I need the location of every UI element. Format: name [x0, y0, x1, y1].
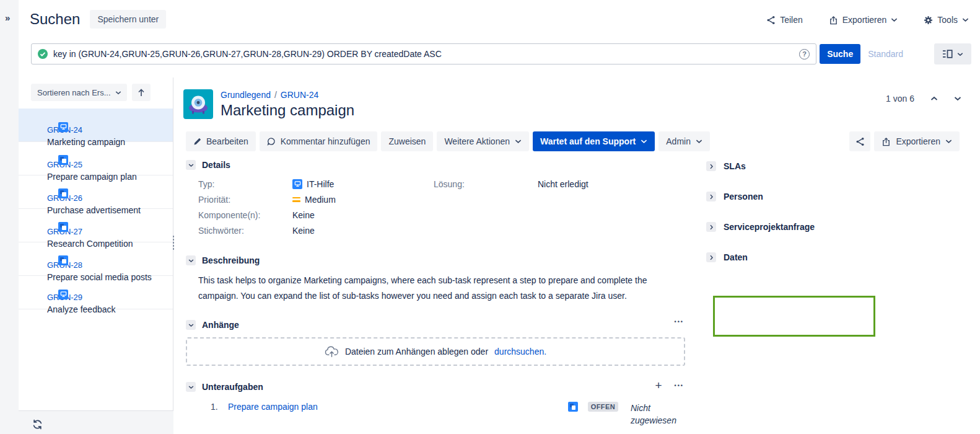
- attachments-section: Anhänge ••• Dateien zum Anhängen ablegen…: [186, 320, 685, 366]
- search-button[interactable]: Suche: [820, 44, 860, 64]
- jql-query-text: key in (GRUN-24,GRUN-25,GRUN-26,GRUN-27,…: [53, 49, 794, 59]
- attachments-more-icon[interactable]: •••: [675, 319, 684, 325]
- priority-medium-icon: [292, 197, 300, 202]
- collapse-subtasks-chevron-icon[interactable]: [186, 382, 196, 392]
- more-actions-dropdown[interactable]: Weitere Aktionen: [437, 131, 529, 151]
- subtask-title-link[interactable]: Prepare campaign plan: [228, 402, 568, 412]
- sort-by-label: Sortieren nach Ers...: [37, 88, 111, 97]
- assign-button[interactable]: Zuweisen: [381, 131, 433, 151]
- add-subtask-icon[interactable]: +: [655, 381, 662, 391]
- subtask-type-icon: [58, 222, 68, 232]
- slas-section-toggle[interactable]: SLAs: [706, 161, 974, 171]
- it-help-type-icon: [58, 290, 68, 299]
- issue-title: Marketing campaign: [221, 102, 354, 119]
- sort-by-dropdown[interactable]: Sortieren nach Ers...: [31, 84, 127, 101]
- resolution-label: Lösung:: [434, 179, 538, 189]
- pencil-icon: [193, 138, 201, 146]
- subtask-assignee: Nicht zugewiesen: [631, 402, 685, 427]
- search-mode-toggle[interactable]: Standard: [868, 49, 903, 59]
- result-item-grun-29[interactable]: GRUN-29 Analyze feedback: [19, 276, 173, 309]
- chevron-down-icon: [962, 17, 969, 22]
- breadcrumb: Grundlegend/GRUN-24: [221, 90, 318, 100]
- people-section-toggle[interactable]: Personen: [706, 192, 974, 202]
- type-label: Typ:: [198, 179, 292, 189]
- subtask-type-icon: [58, 188, 68, 198]
- components-value: Keine: [292, 210, 315, 220]
- description-text: This task helps to organize Marketing ca…: [198, 273, 650, 304]
- chevron-down-icon: [641, 139, 647, 144]
- syntax-help-icon[interactable]: ?: [799, 49, 810, 60]
- export-icon: [829, 16, 838, 25]
- tools-menu[interactable]: Tools: [924, 15, 969, 25]
- search-results-panel: Sortieren nach Ers... GRUN-24 Marketing …: [19, 78, 173, 411]
- result-item-grun-24[interactable]: GRUN-24 Marketing campaign: [19, 108, 173, 142]
- subtask-status-badge: OFFEN: [588, 402, 618, 412]
- assign-label: Zuweisen: [388, 136, 426, 146]
- result-item-grun-25[interactable]: GRUN-25 Prepare campaign plan: [19, 142, 173, 175]
- collapse-attachments-chevron-icon[interactable]: [186, 320, 196, 330]
- share-icon: [855, 137, 865, 146]
- chevron-right-icon: [706, 192, 716, 202]
- project-avatar[interactable]: [183, 89, 213, 119]
- export-issue-dropdown[interactable]: Exportieren: [874, 131, 960, 151]
- page-title: Suchen: [30, 11, 80, 28]
- refresh-icon[interactable]: [32, 419, 43, 430]
- browse-files-link[interactable]: durchsuchen.: [494, 347, 546, 356]
- issue-summary: Analyze feedback: [47, 304, 169, 314]
- issue-side-panel: SLAs Personen Serviceprojektanfrage: [706, 161, 974, 283]
- sort-direction-button[interactable]: [132, 84, 151, 101]
- share-issue-button[interactable]: [849, 131, 870, 151]
- service-request-section-toggle[interactable]: Serviceprojektanfrage: [706, 222, 974, 232]
- dates-heading: Daten: [724, 252, 748, 262]
- breadcrumb-issue-link[interactable]: GRUN-24: [281, 90, 318, 100]
- detail-view-icon: [942, 50, 953, 58]
- jql-search-input[interactable]: key in (GRUN-24,GRUN-25,GRUN-26,GRUN-27,…: [31, 43, 816, 64]
- next-result-chevron-down-icon[interactable]: [954, 96, 961, 101]
- chevron-down-icon: [891, 17, 898, 22]
- subtask-type-icon: [58, 155, 68, 165]
- export-menu[interactable]: Exportieren: [829, 15, 898, 25]
- subtasks-section: Unteraufgaben + ••• 1. Prepare campaign …: [186, 382, 685, 434]
- workflow-status-dropdown[interactable]: Wartet auf den Support: [533, 131, 655, 151]
- save-as-button[interactable]: Speichern unter: [90, 10, 166, 29]
- expand-sidebar-button[interactable]: »: [5, 12, 19, 23]
- breadcrumb-project-link[interactable]: Grundlegend: [221, 90, 271, 100]
- dates-section-toggle[interactable]: Daten: [706, 252, 974, 262]
- share-menu[interactable]: Teilen: [766, 15, 803, 25]
- add-comment-label: Kommentar hinzufügen: [281, 136, 370, 146]
- add-comment-button[interactable]: Kommentar hinzufügen: [260, 131, 378, 151]
- priority-value: Medium: [305, 195, 336, 205]
- components-label: Komponente(n):: [198, 210, 292, 220]
- description-heading: Beschreibung: [202, 255, 260, 265]
- subtask-row: 1. Prepare campaign plan OFFEN Nicht zug…: [211, 402, 685, 427]
- panel-resize-handle[interactable]: [171, 236, 176, 250]
- edit-button[interactable]: Bearbeiten: [186, 131, 256, 151]
- export-icon: [882, 137, 891, 146]
- chevron-right-icon: [706, 222, 716, 232]
- result-item-grun-27[interactable]: GRUN-27 Research Competition: [19, 209, 173, 242]
- people-heading: Personen: [724, 192, 763, 202]
- chevron-down-icon: [696, 139, 702, 144]
- previous-result-chevron-up-icon[interactable]: [930, 96, 938, 101]
- issue-detail: Grundlegend/GRUN-24 Marketing campaign 1…: [183, 78, 980, 434]
- attachment-dropzone[interactable]: Dateien zum Anhängen ablegen oder durchs…: [186, 337, 685, 366]
- pager-position: 1 von 6: [886, 94, 914, 104]
- share-label: Teilen: [780, 15, 803, 25]
- collapse-details-chevron-icon[interactable]: [186, 160, 196, 170]
- chevron-down-icon: [945, 139, 952, 144]
- collapse-description-chevron-icon[interactable]: [186, 255, 196, 265]
- admin-dropdown[interactable]: Admin: [658, 131, 710, 151]
- type-value: IT-Hilfe: [307, 179, 334, 189]
- collapsed-sidebar-rail: »: [0, 0, 19, 434]
- priority-label: Priorität:: [198, 195, 292, 205]
- result-item-grun-28[interactable]: GRUN-28 Prepare social media posts: [19, 242, 173, 276]
- result-item-grun-26[interactable]: GRUN-26 Purchase advertisement: [19, 175, 173, 209]
- subtasks-heading: Unteraufgaben: [202, 382, 263, 392]
- layout-switcher-button[interactable]: [934, 43, 971, 64]
- details-heading: Details: [202, 160, 230, 170]
- attachments-heading: Anhänge: [202, 320, 239, 330]
- chevron-down-icon: [115, 91, 121, 95]
- subtask-number: 1.: [211, 402, 228, 412]
- breadcrumb-separator: /: [271, 90, 281, 100]
- subtasks-more-icon[interactable]: •••: [675, 383, 684, 389]
